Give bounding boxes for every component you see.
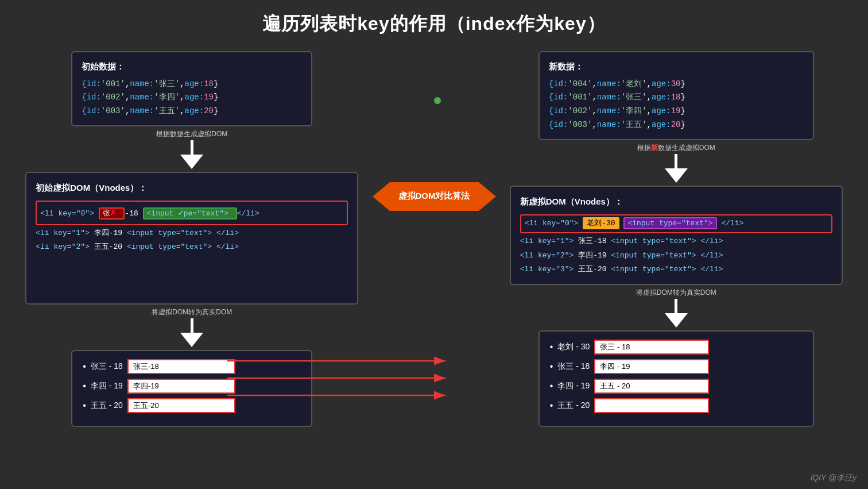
new-real-dom-input-1[interactable] [594, 340, 709, 355]
initial-data-title: 初始数据： [82, 59, 302, 74]
center-column: 虚拟DOM对比算法 [373, 51, 496, 427]
real-dom-input-2[interactable] [127, 379, 235, 394]
curved-arrow-svg [377, 358, 491, 427]
real-dom-item-3: • 王五 - 20 [83, 398, 301, 413]
new-real-dom-item-3: • 李四 - 19 [550, 379, 803, 394]
page-title: 遍历列表时key的作用（index作为key） [11, 11, 857, 37]
new-vdom-line4: <li key="3"> 王五-20 <input type="text"> <… [520, 263, 832, 277]
comparison-arrow: 虚拟DOM对比算法 [373, 182, 496, 211]
watermark: iQIY @李汪y [811, 473, 857, 483]
new-real-dom-input-4-empty [594, 398, 709, 413]
new-real-dom-input-3[interactable] [594, 379, 709, 394]
initial-data-item-2: {id:'002',name:'李四',age:19} [82, 91, 302, 105]
new-data-item-1: {id:'004',name:'老刘',age:30} [549, 78, 804, 91]
initial-vdom-box: 初始虚拟DOM（Vnodes）： <li key="0"> 张✗ -18 <in… [25, 172, 358, 305]
new-vdom-line3: <li key="2"> 李四-19 <input type="text"> <… [520, 249, 832, 263]
new-real-dom-input-2[interactable] [594, 359, 709, 374]
right-arrow-2-label: 将虚拟DOM转为真实DOM [636, 288, 716, 298]
real-dom-item-2: • 李四 - 19 [83, 379, 301, 394]
main-container: 遍历列表时key的作用（index作为key） 初始数据： {id:'001',… [0, 0, 868, 489]
initial-vdom-title: 初始虚拟DOM（Vnodes）： [36, 180, 348, 197]
real-dom-input-3[interactable] [127, 398, 235, 413]
green-dot [434, 97, 441, 104]
left-arrow-head [373, 182, 390, 211]
new-data-item-2: {id:'001',name:'张三',age:18} [549, 91, 804, 105]
initial-data-box: 初始数据： {id:'001',name:'张三',age:18} {id:'0… [71, 51, 312, 126]
right-column: 新数据： {id:'004',name:'老刘',age:30} {id:'00… [507, 51, 846, 427]
initial-data-item-3: {id:'003',name:'王五',age:20} [82, 105, 302, 118]
left-column: 初始数据： {id:'001',name:'张三',age:18} {id:'0… [23, 51, 361, 427]
new-vdom-box: 新虚拟DOM（Vnodes）： <li key="0"> 老刘-30 <inpu… [510, 186, 843, 285]
new-data-item-4: {id:'003',name:'王五',age:20} [549, 118, 804, 132]
full-layout: 初始数据： {id:'001',name:'张三',age:18} {id:'0… [11, 51, 857, 427]
comparison-text: 虚拟DOM对比算法 [398, 191, 470, 202]
new-real-dom-item-4: • 王五 - 20 [550, 398, 803, 413]
comparison-label: 虚拟DOM对比算法 [390, 182, 479, 211]
new-real-dom-box: • 老刘 - 30 • 张三 - 18 • 李四 - 19 • 王五 - 20 [538, 330, 814, 427]
initial-vdom-line1: <li key="0"> 张✗ -18 <input ✓pe="text"> <… [36, 201, 348, 225]
right-arrow-label: 根据新数据生成虚拟DOM [637, 143, 715, 153]
right-arrow-2: 将虚拟DOM转为真实DOM [636, 288, 716, 328]
new-data-item-3: {id:'002',name:'李四',age:19} [549, 105, 804, 118]
left-arrow-label: 根据数据生成虚拟DOM [156, 129, 227, 139]
new-vdom-title: 新虚拟DOM（Vnodes）： [520, 194, 832, 210]
left-arrow-2: 将虚拟DOM转为真实DOM [152, 307, 232, 347]
new-data-box: 新数据： {id:'004',name:'老刘',age:30} {id:'00… [538, 51, 814, 140]
new-vdom-line1: <li key="0"> 老刘-30 <input type="text"> <… [520, 214, 832, 233]
right-arrow-1: 根据新数据生成虚拟DOM [637, 143, 715, 183]
new-data-title: 新数据： [549, 59, 804, 74]
left-arrow-2-label: 将虚拟DOM转为真实DOM [152, 307, 232, 317]
initial-vdom-line3: <li key="2"> 王五-20 <input type="text"> <… [36, 240, 348, 255]
new-vdom-line2: <li key="1"> 张三-18 <input type="text"> <… [520, 234, 832, 249]
real-dom-input-1[interactable] [127, 359, 235, 374]
initial-data-item-1: {id:'001',name:'张三',age:18} [82, 78, 302, 91]
initial-vdom-line2: <li key="1"> 李四-19 <input type="text"> <… [36, 226, 348, 241]
left-arrow-1: 根据数据生成虚拟DOM [156, 129, 227, 169]
right-arrow-head [479, 182, 496, 211]
new-real-dom-item-1: • 老刘 - 30 [550, 340, 803, 355]
new-real-dom-item-2: • 张三 - 18 [550, 359, 803, 374]
